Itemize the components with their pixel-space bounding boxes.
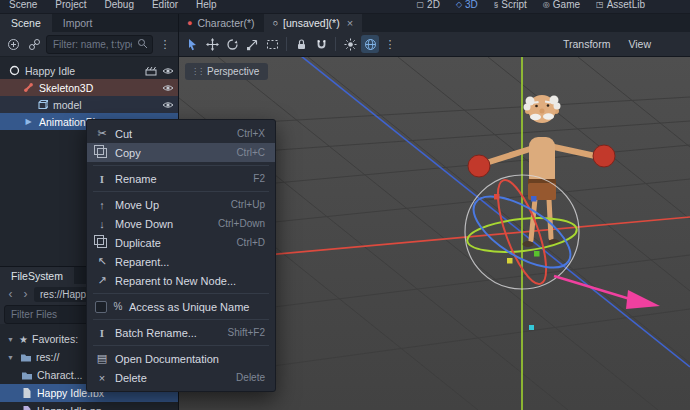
context-item-rename[interactable]: I Rename F2 [87,169,275,188]
context-item-move-down[interactable]: ↓ Move Down Ctrl+Down [87,214,275,233]
scene-icon: ● [187,18,192,28]
nose [540,109,545,114]
cut-icon: ✂ [95,127,109,140]
box-select-tool-button[interactable] [263,35,281,53]
documentation-icon: ▤ [95,352,109,365]
mode-3d-button[interactable]: ◇ 3D [449,0,485,13]
menu-separator [93,191,269,192]
history-back-button[interactable]: ‹ [4,288,17,301]
visibility-eye-icon[interactable] [161,100,174,110]
node3d-icon [8,65,21,76]
image-file-icon [20,405,33,410]
mode-game-button[interactable]: ◎ Game [536,0,587,13]
tab-import[interactable]: Import [52,13,104,32]
environment-toggle-button[interactable] [361,35,379,53]
reparent-icon: ↖ [95,255,109,268]
move-tool-button[interactable] [203,35,221,53]
menu-debug[interactable]: Debug [95,0,142,13]
left-eye [535,105,538,108]
context-item-reparent[interactable]: ↖ Reparent... [87,252,275,271]
mode-assetlib-button[interactable]: ◳ AssetLib [589,0,652,13]
expander-icon[interactable]: ▼ [6,354,15,361]
godot-editor-window: Scene Project Debug Editor Help ▢ 2D ◇ 3… [0,0,690,410]
viewport-more-button[interactable]: ⋮ [381,35,399,53]
toolbar-separator [286,37,287,51]
menu-separator [93,345,269,346]
scene-tabs-bar: ● Character(*) ○ [unsaved](*) × [178,13,690,32]
right-boxing-glove [593,145,615,167]
folder-icon [19,352,32,362]
view-menu[interactable]: View [620,32,659,56]
menu-project[interactable]: Project [46,0,95,13]
unique-name-checkbox[interactable] [95,301,107,313]
fs-row-happy-idle-png[interactable]: Happy Idle.pn [0,402,178,410]
context-item-move-up[interactable]: ↑ Move Up Ctrl+Up [87,195,275,214]
sun-toggle-button[interactable] [341,35,359,53]
menu-separator [93,319,269,320]
transform-menu[interactable]: Transform [555,32,618,56]
3d-icon: ◇ [456,0,462,13]
instance-scene-button[interactable] [25,35,43,53]
scene-dock-more-button[interactable]: ⋮ [156,35,174,53]
scene-filter-box [46,35,153,54]
mesh-icon [36,99,49,110]
context-item-cut[interactable]: ✂ Cut Ctrl+X [87,124,275,143]
context-item-open-documentation[interactable]: ▤ Open Documentation [87,349,275,368]
main-menubar: Scene Project Debug Editor Help ▢ 2D ◇ 3… [0,0,690,14]
gizmo-handle-yellow [507,258,513,264]
history-forward-button[interactable]: › [19,288,32,301]
visibility-eye-icon[interactable] [161,66,174,76]
assetlib-icon: ◳ [596,0,604,13]
context-item-delete[interactable]: × Delete Delete [87,368,275,387]
close-tab-icon[interactable]: × [347,17,353,29]
scene-tree-row-model[interactable]: model [0,96,178,113]
scene-filter-input[interactable] [51,38,134,51]
scene-tree-row-happy-idle[interactable]: Happy Idle [0,62,178,79]
search-icon [137,38,148,51]
context-item-reparent-new-node[interactable]: ↗ Reparent to New Node... [87,271,275,290]
menu-scene[interactable]: Scene [0,0,46,13]
scene-tab-unsaved[interactable]: ○ [unsaved](*) × [264,13,363,32]
script-icon: § [494,0,498,13]
menu-help[interactable]: Help [187,0,226,13]
tab-scene[interactable]: Scene [0,13,52,32]
rotate-tool-button[interactable] [223,35,241,53]
toolbar-separator [335,37,336,51]
move-down-icon: ↓ [95,218,109,230]
viewport-toolbar: ⋮ Transform View [178,32,690,57]
mode-script-button[interactable]: § Script [487,0,534,13]
context-item-access-unique-name[interactable]: % Access as Unique Name [87,297,275,316]
left-boxing-glove [468,155,490,177]
visibility-eye-icon[interactable] [161,83,174,93]
gizmo-handle-green [534,251,540,257]
context-item-duplicate[interactable]: Duplicate Ctrl+D [87,233,275,252]
lock-button[interactable] [292,35,310,53]
scene-icon: ○ [273,18,278,28]
gizmo-handle-blue [531,196,537,202]
perspective-button[interactable]: ⋮⋮ Perspective [185,63,268,80]
batch-rename-icon: I [95,327,109,339]
duplicate-icon [95,238,109,248]
rename-icon: I [95,173,109,185]
move-up-icon: ↑ [95,199,109,211]
scene-film-icon[interactable] [144,66,157,76]
select-tool-button[interactable] [183,35,201,53]
context-item-copy[interactable]: Copy Ctrl+C [87,143,275,162]
animation-player-icon: ▶ [22,117,35,126]
scene-dock-tabs: Scene Import [0,13,178,32]
menu-separator [93,165,269,166]
scale-tool-button[interactable] [243,35,261,53]
context-item-batch-rename[interactable]: I Batch Rename... Shift+F2 [87,323,275,342]
scene-tab-character[interactable]: ● Character(*) [178,13,264,32]
2d-icon: ▢ [417,0,425,13]
editor-mode-switcher: ▢ 2D ◇ 3D § Script ◎ Game ◳ AssetLib [410,0,690,13]
add-node-button[interactable] [4,35,22,53]
skeleton3d-icon [22,82,35,93]
mode-2d-button[interactable]: ▢ 2D [410,0,447,13]
expander-icon[interactable]: ▼ [6,336,15,343]
menu-editor[interactable]: Editor [143,0,187,13]
favorites-star-icon: ★ [19,334,28,345]
tab-filesystem[interactable]: FileSystem [0,267,74,284]
scene-tree-row-skeleton3d[interactable]: Skeleton3D [0,79,178,96]
snap-magnet-button[interactable] [312,35,330,53]
